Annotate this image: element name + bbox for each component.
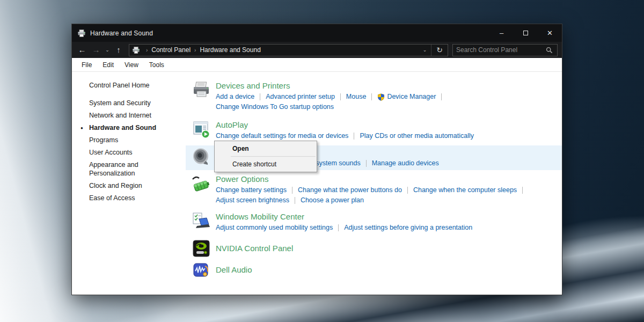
back-button[interactable]: ← bbox=[75, 44, 89, 56]
task-link-device-manager[interactable]: Device Manager bbox=[377, 92, 436, 102]
sidebar-item-ease-of-access[interactable]: Ease of Access bbox=[89, 192, 174, 204]
heading-windows-mobility-center[interactable]: Windows Mobility Center bbox=[216, 211, 562, 222]
section-text: Power Options Change battery settings Ch… bbox=[216, 174, 562, 206]
sidebar-item-clock-and-region[interactable]: Clock and Region bbox=[89, 180, 174, 192]
forward-button[interactable]: → bbox=[89, 44, 103, 56]
close-icon: ✕ bbox=[547, 29, 553, 37]
refresh-button[interactable]: ↻ bbox=[431, 45, 448, 56]
sidebar-item-control-panel-home[interactable]: Control Panel Home bbox=[89, 82, 186, 89]
title-bar: Hardware and Sound – ✕ bbox=[72, 24, 562, 42]
task-link-adjust-screen-brightness[interactable]: Adjust screen brightness bbox=[216, 195, 289, 206]
sidebar-item-network-and-internet[interactable]: Network and Internet bbox=[89, 109, 174, 122]
chevron-down-icon: ⌄ bbox=[423, 47, 427, 53]
task-links-row: Change default settings for media or dev… bbox=[216, 131, 562, 141]
task-links-row: Change Windows To Go startup options bbox=[216, 102, 562, 112]
devices-and-printers-icon bbox=[191, 80, 211, 112]
section-power-options: Power Options Change battery settings Ch… bbox=[186, 174, 562, 206]
dell-audio-icon bbox=[191, 262, 211, 278]
context-menu-item-create-shortcut[interactable]: Create shortcut bbox=[215, 158, 317, 171]
close-button[interactable]: ✕ bbox=[538, 24, 562, 42]
menu-file[interactable]: File bbox=[76, 59, 97, 71]
menu-view[interactable]: View bbox=[119, 59, 144, 71]
task-link-change-computer-sleeps[interactable]: Change when the computer sleeps bbox=[413, 185, 517, 195]
heading-power-options[interactable]: Power Options bbox=[216, 174, 562, 185]
context-menu-item-open[interactable]: Open bbox=[215, 142, 317, 155]
link-divider bbox=[354, 133, 354, 140]
section-dell-audio: Dell Audio bbox=[186, 262, 562, 278]
section-windows-mobility-center: Windows Mobility Center Adjust commonly … bbox=[186, 211, 562, 233]
task-link-add-a-device[interactable]: Add a device bbox=[216, 92, 254, 102]
forward-icon: → bbox=[92, 45, 100, 54]
address-bar[interactable]: › Control Panel › Hardware and Sound ⌄ ↻ bbox=[129, 44, 448, 56]
heading-dell-audio[interactable]: Dell Audio bbox=[216, 265, 562, 275]
autoplay-icon bbox=[191, 120, 211, 141]
main-content: Devices and Printers Add a device Advanc… bbox=[186, 72, 562, 295]
breadcrumb-hardware-and-sound[interactable]: Hardware and Sound bbox=[200, 46, 260, 54]
link-divider bbox=[292, 187, 292, 194]
breadcrumb-control-panel[interactable]: Control Panel bbox=[151, 46, 191, 54]
link-divider bbox=[407, 187, 408, 194]
window-body: Control Panel Home System and Security N… bbox=[72, 72, 562, 295]
section-text: Windows Mobility Center Adjust commonly … bbox=[216, 211, 562, 233]
link-divider bbox=[441, 93, 442, 100]
uac-shield-icon bbox=[377, 93, 385, 101]
maximize-button[interactable] bbox=[514, 24, 538, 42]
task-link-play-cds[interactable]: Play CDs or other media automatically bbox=[360, 131, 474, 141]
task-link-change-battery-settings[interactable]: Change battery settings bbox=[216, 185, 287, 195]
window-title: Hardware and Sound bbox=[90, 30, 153, 37]
link-divider bbox=[371, 93, 372, 100]
task-links-row: Adjust screen brightness Choose a power … bbox=[216, 195, 562, 206]
minimize-button[interactable]: – bbox=[489, 24, 514, 42]
address-dropdown-button[interactable]: ⌄ bbox=[419, 47, 431, 53]
heading-autoplay[interactable]: AutoPlay bbox=[216, 120, 562, 130]
task-link-label: Device Manager bbox=[387, 92, 436, 102]
section-text: Devices and Printers Add a device Advanc… bbox=[216, 80, 562, 112]
sidebar-item-user-accounts[interactable]: User Accounts bbox=[89, 147, 174, 159]
menu-tools[interactable]: Tools bbox=[144, 59, 170, 71]
heading-devices-and-printers[interactable]: Devices and Printers bbox=[216, 80, 562, 91]
section-text: NVIDIA Control Panel bbox=[216, 243, 562, 254]
printer-app-icon bbox=[77, 29, 86, 38]
task-link-manage-audio-devices[interactable]: Manage audio devices bbox=[372, 158, 439, 169]
chevron-down-icon: ⌄ bbox=[105, 47, 109, 53]
link-divider bbox=[260, 93, 260, 100]
menu-edit[interactable]: Edit bbox=[97, 59, 119, 71]
task-link-change-windows-to-go[interactable]: Change Windows To Go startup options bbox=[216, 102, 334, 112]
link-divider bbox=[295, 197, 295, 204]
context-menu-separator bbox=[231, 156, 316, 157]
sidebar-item-programs[interactable]: Programs bbox=[89, 134, 174, 147]
power-options-icon bbox=[191, 174, 211, 206]
breadcrumb-separator: › bbox=[191, 47, 200, 53]
back-icon: ← bbox=[78, 45, 86, 54]
task-link-change-default-settings[interactable]: Change default settings for media or dev… bbox=[216, 131, 348, 141]
recent-pages-button[interactable]: ⌄ bbox=[103, 44, 112, 56]
search-input[interactable] bbox=[453, 46, 545, 54]
refresh-icon: ↻ bbox=[436, 46, 443, 54]
up-button[interactable]: ↑ bbox=[112, 44, 126, 56]
task-link-adjust-mobility-settings[interactable]: Adjust commonly used mobility settings bbox=[216, 223, 333, 233]
task-link-advanced-printer-setup[interactable]: Advanced printer setup bbox=[266, 92, 335, 102]
heading-nvidia-control-panel[interactable]: NVIDIA Control Panel bbox=[216, 243, 562, 254]
printer-address-icon bbox=[132, 46, 140, 54]
section-devices-and-printers: Devices and Printers Add a device Advanc… bbox=[186, 80, 562, 112]
link-divider bbox=[366, 160, 367, 167]
sidebar-item-appearance-and-personalization[interactable]: Appearance and Personalization bbox=[89, 159, 174, 180]
link-divider bbox=[522, 187, 523, 194]
sidebar-item-hardware-and-sound[interactable]: ● Hardware and Sound bbox=[89, 122, 174, 134]
search-icon[interactable] bbox=[545, 47, 557, 54]
task-link-change-power-buttons[interactable]: Change what the power buttons do bbox=[298, 185, 402, 195]
task-link-mouse[interactable]: Mouse bbox=[346, 92, 367, 102]
context-menu: Open Create shortcut bbox=[214, 141, 317, 172]
section-autoplay: AutoPlay Change default settings for med… bbox=[186, 120, 562, 141]
task-link-choose-power-plan[interactable]: Choose a power plan bbox=[301, 195, 364, 206]
menu-bar: File Edit View Tools bbox=[72, 58, 562, 72]
mobility-center-icon bbox=[191, 211, 211, 233]
section-text: AutoPlay Change default settings for med… bbox=[216, 120, 562, 141]
control-panel-window: Hardware and Sound – ✕ ← → ⌄ ↑ › Control bbox=[71, 24, 562, 295]
sound-speaker-icon bbox=[191, 147, 211, 169]
task-link-adjust-presentation-settings[interactable]: Adjust settings before giving a presenta… bbox=[344, 223, 472, 233]
link-divider bbox=[338, 224, 339, 231]
task-links-row: Adjust commonly used mobility settings A… bbox=[216, 223, 562, 233]
sidebar-item-system-and-security[interactable]: System and Security bbox=[89, 97, 174, 109]
sidebar: Control Panel Home System and Security N… bbox=[72, 72, 186, 295]
